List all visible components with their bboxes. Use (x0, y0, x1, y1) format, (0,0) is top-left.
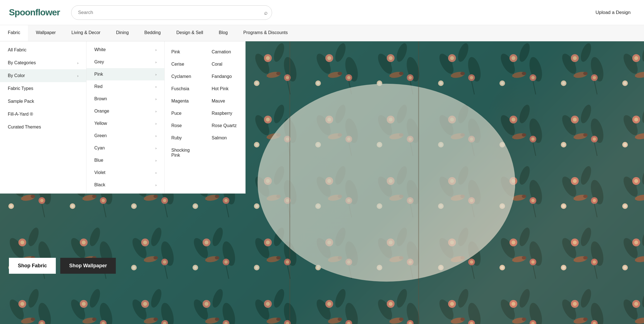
search-input[interactable] (71, 5, 272, 20)
logo[interactable]: Spoonflower (9, 7, 60, 18)
search-wrapper: ⌕ (71, 5, 272, 20)
nav-item-living-decor[interactable]: Living & Decor (64, 25, 108, 41)
nav-item-fabric[interactable]: Fabric (0, 25, 28, 41)
search-button[interactable]: ⌕ (264, 9, 268, 16)
nav-item-blog[interactable]: Blog (211, 25, 236, 41)
upload-design-button[interactable]: Upload a Design (591, 8, 635, 18)
search-icon: ⌕ (264, 9, 268, 15)
header: Spoonflower ⌕ Upload a Design (0, 0, 644, 25)
nav-item-design-sell[interactable]: Design & Sell (169, 25, 211, 41)
nav-item-programs[interactable]: Programs & Discounts (236, 25, 295, 41)
navbar: Fabric Wallpaper Living & Decor Dining B… (0, 25, 644, 41)
nav-item-bedding[interactable]: Bedding (136, 25, 169, 41)
nav-item-wallpaper[interactable]: Wallpaper (28, 25, 63, 41)
nav-item-dining[interactable]: Dining (108, 25, 136, 41)
